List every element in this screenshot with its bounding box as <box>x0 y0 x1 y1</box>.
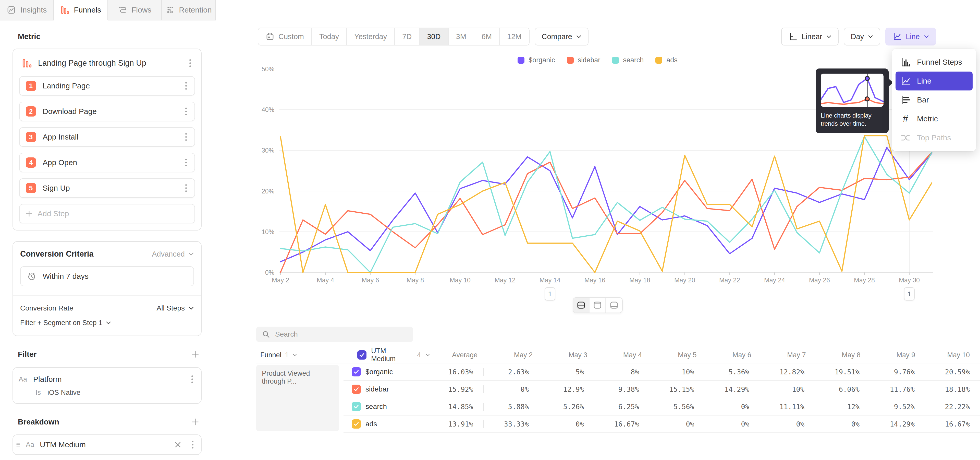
scale-dropdown[interactable]: Linear <box>781 27 838 45</box>
filter-property-name: Platform <box>33 375 183 383</box>
day-column-header[interactable]: May 10 <box>925 351 980 359</box>
tab-funnels[interactable]: Funnels <box>54 0 108 21</box>
range-12m[interactable]: 12M <box>500 28 529 45</box>
legend-swatch <box>517 57 525 64</box>
drag-handle-icon[interactable] <box>16 442 20 447</box>
kebab-icon[interactable] <box>183 157 189 168</box>
add-step-button[interactable]: Add Step <box>19 204 195 224</box>
table-row[interactable]: search14.85%5.88%5.26%6.25%5.56%0%11.11%… <box>344 398 980 415</box>
breakdown-card[interactable]: Aa UTM Medium <box>13 434 202 455</box>
metric-hash-icon: # <box>900 114 911 124</box>
kebab-icon[interactable] <box>183 80 189 91</box>
row-checkbox[interactable] <box>352 402 361 411</box>
layout-chart-only-button[interactable] <box>590 298 606 313</box>
day-column-header[interactable]: May 7 <box>762 351 816 359</box>
step-label: Landing Page <box>43 81 176 90</box>
funnel-step[interactable]: 3App Install <box>19 127 195 147</box>
row-checkbox[interactable] <box>352 385 361 394</box>
remove-breakdown-icon[interactable] <box>172 440 184 449</box>
advanced-dropdown[interactable]: Advanced <box>152 250 194 258</box>
menu-item-line[interactable]: Line <box>896 72 973 91</box>
layout-table-only-button[interactable] <box>606 298 622 313</box>
text-type-icon: Aa <box>19 375 27 383</box>
legend-item[interactable]: search <box>612 56 644 64</box>
menu-item-metric[interactable]: # Metric <box>896 109 973 128</box>
range-30d[interactable]: 30D <box>420 28 449 45</box>
day-column-header[interactable]: May 6 <box>707 351 762 359</box>
legend-item[interactable]: ads <box>655 56 678 64</box>
kebab-icon[interactable] <box>187 58 193 69</box>
range-6m[interactable]: 6M <box>474 28 500 45</box>
day-column-header[interactable]: May 3 <box>543 351 597 359</box>
funnel-step[interactable]: 4App Open <box>19 153 195 172</box>
step-number-badge: 1 <box>26 81 36 91</box>
day-value: 8% <box>594 368 649 376</box>
menu-item-top-paths[interactable]: Top Paths <box>896 128 973 147</box>
table-row[interactable]: ads13.91%33.33%0%16.67%0%0%0%0%14.29%16.… <box>344 415 980 433</box>
series-line-search[interactable] <box>280 136 932 272</box>
step-number-badge: 4 <box>26 157 36 168</box>
row-checkbox[interactable] <box>352 419 361 428</box>
interval-dropdown[interactable]: Day <box>844 27 880 45</box>
layout-split-button[interactable] <box>573 298 590 313</box>
kebab-icon[interactable] <box>189 439 196 450</box>
funnel-steps-icon <box>900 57 911 67</box>
row-checkbox[interactable] <box>352 367 361 377</box>
day-column-header[interactable]: May 2 <box>488 351 543 359</box>
range-3m[interactable]: 3M <box>449 28 474 45</box>
kebab-icon[interactable] <box>183 183 189 193</box>
chart-type-dropdown[interactable]: Line <box>885 27 936 45</box>
day-value: 6.25% <box>594 403 649 410</box>
day-column-header[interactable]: May 8 <box>816 351 871 359</box>
day-column-header[interactable]: May 4 <box>597 351 652 359</box>
search-input[interactable]: Search <box>256 327 413 342</box>
legend-item[interactable]: sidebar <box>567 56 600 64</box>
conversion-window[interactable]: Within 7 days <box>20 266 194 286</box>
tab-insights[interactable]: Insights <box>0 0 54 20</box>
breakdown-column-header[interactable]: UTM Medium 4 <box>349 347 430 363</box>
add-breakdown-button[interactable] <box>191 418 199 426</box>
filter-segment-dropdown[interactable]: Filter + Segment on Step 1 <box>20 319 194 327</box>
series-line-ads[interactable] <box>280 136 932 272</box>
series-name: search <box>366 402 387 410</box>
funnel-name-cell[interactable]: Product Viewed through P... <box>256 363 344 433</box>
conversion-rate-dropdown[interactable]: All Steps <box>157 304 194 312</box>
chevron-down-icon <box>576 35 581 38</box>
legend-item[interactable]: $organic <box>517 56 555 64</box>
kebab-icon[interactable] <box>183 106 189 117</box>
day-value: 14.29% <box>870 420 925 428</box>
annotation-badge[interactable]: 1 <box>904 287 915 300</box>
range-7d[interactable]: 7D <box>395 28 420 45</box>
funnel-step[interactable]: 5Sign Up <box>19 178 195 198</box>
funnel-step[interactable]: 2Download Page <box>19 102 195 121</box>
funnel-name[interactable]: Product Viewed through P... <box>256 365 339 431</box>
average-column-header[interactable]: Average <box>430 351 488 359</box>
tab-retention[interactable]: Retention <box>162 0 216 20</box>
kebab-icon[interactable] <box>189 374 196 385</box>
funnel-step[interactable]: 1Landing Page <box>19 76 195 96</box>
annotation-badge[interactable]: 1 <box>545 287 555 300</box>
filter-condition[interactable]: Is iOS Native <box>35 389 196 397</box>
breakdown-property-name: UTM Medium <box>40 440 166 449</box>
metric-title-row[interactable]: Landing Page through Sign Up <box>19 55 195 70</box>
menu-item-funnel-steps[interactable]: Funnel Steps <box>896 53 973 72</box>
linear-scale-icon <box>788 32 797 41</box>
funnel-metric-icon <box>22 58 32 68</box>
add-filter-button[interactable] <box>191 350 199 358</box>
day-column-header[interactable]: May 5 <box>652 351 707 359</box>
series-line-organic[interactable] <box>280 147 932 262</box>
day-column-header[interactable]: May 9 <box>871 351 925 359</box>
kebab-icon[interactable] <box>183 132 189 142</box>
table-row[interactable]: $organic16.03%2.63%5%8%10%5.36%12.82%19.… <box>344 363 980 381</box>
tab-flows[interactable]: Flows <box>108 0 162 20</box>
compare-button[interactable]: Compare <box>535 27 589 45</box>
range-today[interactable]: Today <box>312 28 347 45</box>
table-row[interactable]: sidebar15.92%0%12.9%9.38%15.15%14.29%10%… <box>344 381 980 398</box>
menu-item-bar[interactable]: Bar <box>896 91 973 109</box>
range-yesterday[interactable]: Yesterday <box>347 28 395 45</box>
funnel-column-header[interactable]: Funnel 1 <box>256 351 349 359</box>
filter-property-row[interactable]: Aa Platform <box>19 374 196 385</box>
range-custom[interactable]: Custom <box>258 28 312 45</box>
select-all-checkbox[interactable] <box>357 350 366 359</box>
day-value: 11.76% <box>870 385 925 393</box>
